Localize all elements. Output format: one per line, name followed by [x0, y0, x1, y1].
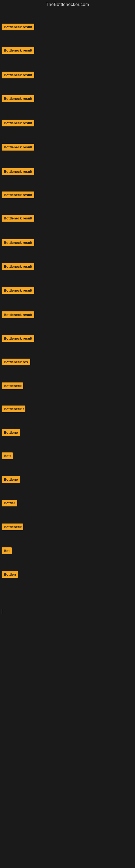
bottleneck-result-item[interactable]: Bottleneck r	[2, 405, 26, 412]
text-cursor	[2, 609, 2, 614]
bottleneck-result-item[interactable]: Bottleneck result	[2, 95, 34, 102]
bottleneck-result-item[interactable]: Bottlen	[2, 571, 18, 578]
bottleneck-result-item[interactable]: Bottleneck	[2, 524, 23, 530]
bottleneck-result-item[interactable]: Bottler	[2, 500, 17, 506]
bottleneck-result-item[interactable]: Bottleneck result	[2, 144, 34, 151]
bottleneck-result-item[interactable]: Bottleneck result	[2, 311, 34, 318]
bottleneck-result-item[interactable]: Bottleneck result	[2, 47, 34, 54]
bottleneck-result-item[interactable]: Bottleneck result	[2, 24, 34, 30]
bottleneck-result-item[interactable]: Bottleneck result	[2, 120, 34, 126]
bottleneck-result-item[interactable]: Bottlene	[2, 429, 20, 436]
bottleneck-result-item[interactable]: Bottleneck result	[2, 72, 34, 79]
bottleneck-result-item[interactable]: Bottleneck result	[2, 263, 34, 270]
bottleneck-result-item[interactable]: Bot	[2, 547, 12, 554]
bottleneck-result-item[interactable]: Bottleneck result	[2, 215, 34, 222]
bottleneck-result-item[interactable]: Bottleneck res	[2, 359, 30, 365]
bottleneck-result-item[interactable]: Bottleneck	[2, 382, 23, 389]
bottleneck-result-item[interactable]: Bottleneck result	[2, 191, 34, 198]
bottleneck-result-item[interactable]: Bottlene	[2, 476, 20, 483]
bottleneck-result-item[interactable]: Bott	[2, 453, 13, 459]
bottleneck-result-item[interactable]: Bottleneck result	[2, 335, 34, 342]
site-title: TheBottlenecker.com	[0, 0, 135, 8]
bottleneck-result-item[interactable]: Bottleneck result	[2, 239, 34, 246]
bottleneck-result-item[interactable]: Bottleneck result	[2, 287, 34, 294]
bottleneck-result-item[interactable]: Bottleneck result	[2, 168, 34, 175]
